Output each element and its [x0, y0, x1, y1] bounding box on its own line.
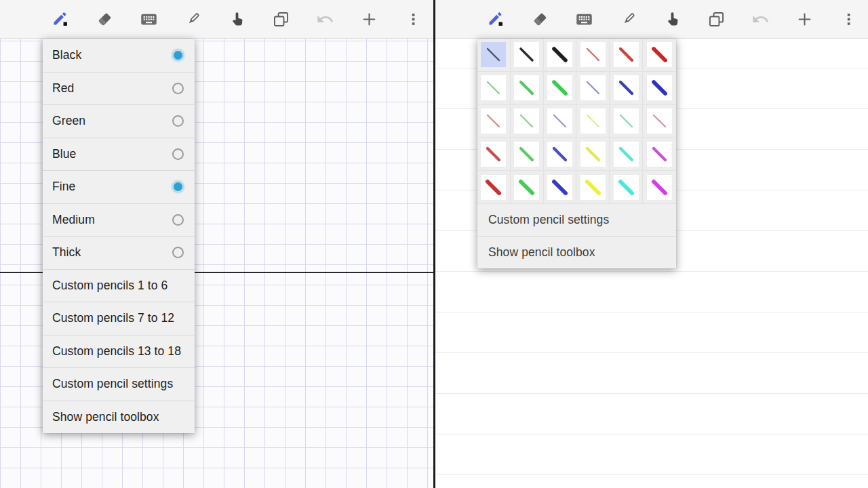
- menu-item-black[interactable]: Black: [43, 39, 195, 72]
- pencil-swatch-custom-pencil-15[interactable]: [544, 171, 577, 204]
- swatch-stroke-preview: [514, 175, 539, 200]
- pencil-swatch-blue-medium[interactable]: [610, 72, 643, 105]
- popup-item-label: Show pencil toolbox: [488, 245, 665, 260]
- pages-tool-button[interactable]: [703, 5, 730, 33]
- menu-item-custom-pencils-7-to-12[interactable]: Custom pencils 7 to 12: [43, 302, 195, 335]
- pencil-swatch-custom-pencil-11[interactable]: [610, 138, 643, 171]
- pages-tool-icon: [707, 10, 726, 28]
- swatch-stroke-preview: [481, 108, 506, 134]
- pencil-swatch-black-fine[interactable]: [477, 39, 511, 72]
- add-page-button[interactable]: [355, 5, 382, 33]
- overflow-menu-button[interactable]: [399, 5, 427, 33]
- overflow-menu-button[interactable]: [835, 5, 862, 33]
- menu-item-custom-pencil-settings[interactable]: Custom pencil settings: [43, 367, 195, 401]
- menu-item-red[interactable]: Red: [43, 72, 195, 105]
- pencil-swatch-custom-pencil-16[interactable]: [576, 171, 610, 204]
- swatch-stroke-preview: [481, 42, 506, 67]
- radio-selected-black: [172, 49, 184, 61]
- pencil-swatch-black-thick[interactable]: [544, 39, 577, 72]
- swatch-stroke-preview: [547, 108, 572, 134]
- undo-button[interactable]: [311, 5, 338, 33]
- menu-item-label: Fine: [52, 180, 172, 194]
- eraser-tool-button[interactable]: [526, 5, 553, 33]
- radio-red: [172, 83, 184, 94]
- swatch-stroke-preview: [547, 175, 572, 200]
- menu-item-fine[interactable]: Fine: [43, 170, 195, 203]
- keyboard-tool-button[interactable]: [135, 5, 162, 33]
- pencil-swatch-custom-pencil-3[interactable]: [544, 105, 577, 138]
- undo-button[interactable]: [747, 5, 774, 33]
- swatch-stroke-preview: [514, 75, 539, 100]
- pen-tool-button[interactable]: [614, 5, 642, 33]
- swatch-stroke-preview: [614, 75, 639, 100]
- pencil-swatch-custom-pencil-4[interactable]: [576, 105, 610, 138]
- pencil-swatch-blue-fine[interactable]: [576, 72, 610, 105]
- pencil-swatch-black-medium[interactable]: [511, 39, 544, 72]
- pen-tool-icon: [619, 10, 637, 28]
- pencil-swatch-green-medium[interactable]: [511, 72, 544, 105]
- eraser-tool-button[interactable]: [91, 5, 118, 33]
- pencil-tool-button[interactable]: [482, 5, 509, 33]
- pencil-swatch-custom-pencil-5[interactable]: [610, 105, 643, 138]
- pencil-swatch-red-thick[interactable]: [643, 39, 676, 72]
- pencil-swatch-custom-pencil-2[interactable]: [511, 105, 544, 138]
- pencil-swatch-blue-thick[interactable]: [643, 72, 676, 105]
- pencil-swatch-red-fine[interactable]: [576, 39, 610, 72]
- menu-item-label: Show pencil toolbox: [52, 410, 184, 424]
- pages-tool-button[interactable]: [267, 5, 294, 33]
- pen-tool-icon: [184, 10, 202, 28]
- pencil-swatch-green-thick[interactable]: [544, 72, 577, 105]
- right-note-pane: Custom pencil settingsShow pencil toolbo…: [435, 0, 868, 488]
- hand-pan-tool-icon: [663, 10, 682, 28]
- swatch-stroke-preview: [614, 175, 639, 200]
- radio-green: [172, 115, 184, 127]
- menu-item-label: Blue: [52, 147, 172, 161]
- radio-medium: [172, 214, 184, 226]
- menu-item-show-pencil-toolbox[interactable]: Show pencil toolbox: [43, 401, 195, 434]
- left-note-pane: BlackRedGreenBlueFineMediumThickCustom p…: [0, 0, 433, 488]
- menu-item-label: Custom pencils 1 to 6: [52, 279, 184, 293]
- pencil-swatch-custom-pencil-14[interactable]: [511, 171, 544, 204]
- pencil-swatch-custom-pencil-7[interactable]: [477, 138, 511, 171]
- pencil-swatch-custom-pencil-18[interactable]: [643, 171, 676, 204]
- pencil-swatch-custom-pencil-10[interactable]: [576, 138, 610, 171]
- add-page-icon: [360, 10, 378, 28]
- popup-item-custom-pencil-settings[interactable]: Custom pencil settings: [477, 204, 676, 237]
- hand-pan-tool-button[interactable]: [658, 5, 686, 33]
- radio-thick: [172, 247, 184, 258]
- pencil-swatch-custom-pencil-6[interactable]: [643, 105, 676, 138]
- pencil-swatch-red-medium[interactable]: [610, 39, 643, 72]
- right-toolbar-buttons: [482, 5, 862, 33]
- menu-item-medium[interactable]: Medium: [43, 203, 195, 237]
- pencil-swatch-custom-pencil-9[interactable]: [544, 138, 577, 171]
- swatch-stroke-preview: [614, 142, 639, 167]
- pencil-swatch-custom-pencil-8[interactable]: [511, 138, 544, 171]
- menu-item-custom-pencils-1-to-6[interactable]: Custom pencils 1 to 6: [43, 269, 195, 302]
- pencil-swatch-green-fine[interactable]: [477, 72, 511, 105]
- popup-item-show-pencil-toolbox[interactable]: Show pencil toolbox: [477, 236, 676, 268]
- menu-item-blue[interactable]: Blue: [43, 138, 195, 171]
- swatch-stroke-preview: [614, 108, 639, 134]
- keyboard-tool-icon: [140, 10, 158, 28]
- pencil-swatch-custom-pencil-12[interactable]: [643, 138, 676, 171]
- pencil-swatch-custom-pencil-1[interactable]: [477, 105, 511, 138]
- pencil-swatch-custom-pencil-13[interactable]: [477, 171, 511, 204]
- swatch-stroke-preview: [547, 42, 572, 67]
- swatch-stroke-preview: [481, 175, 506, 200]
- pencil-swatch-custom-pencil-17[interactable]: [610, 171, 643, 204]
- swatch-stroke-preview: [647, 175, 672, 200]
- hand-pan-tool-button[interactable]: [223, 5, 250, 33]
- keyboard-tool-button[interactable]: [570, 5, 597, 33]
- menu-item-custom-pencils-13-to-18[interactable]: Custom pencils 13 to 18: [43, 335, 195, 368]
- pencil-swatch-popup: Custom pencil settingsShow pencil toolbo…: [477, 39, 676, 268]
- menu-item-label: Custom pencil settings: [52, 377, 184, 391]
- pen-tool-button[interactable]: [179, 5, 206, 33]
- menu-item-green[interactable]: Green: [43, 104, 195, 138]
- popup-item-label: Custom pencil settings: [488, 213, 665, 227]
- swatch-stroke-preview: [647, 75, 672, 100]
- radio-blue: [172, 148, 184, 160]
- menu-item-thick[interactable]: Thick: [43, 236, 195, 269]
- add-page-button[interactable]: [791, 5, 818, 33]
- pencil-tool-button[interactable]: [47, 5, 74, 33]
- swatch-stroke-preview: [547, 75, 572, 100]
